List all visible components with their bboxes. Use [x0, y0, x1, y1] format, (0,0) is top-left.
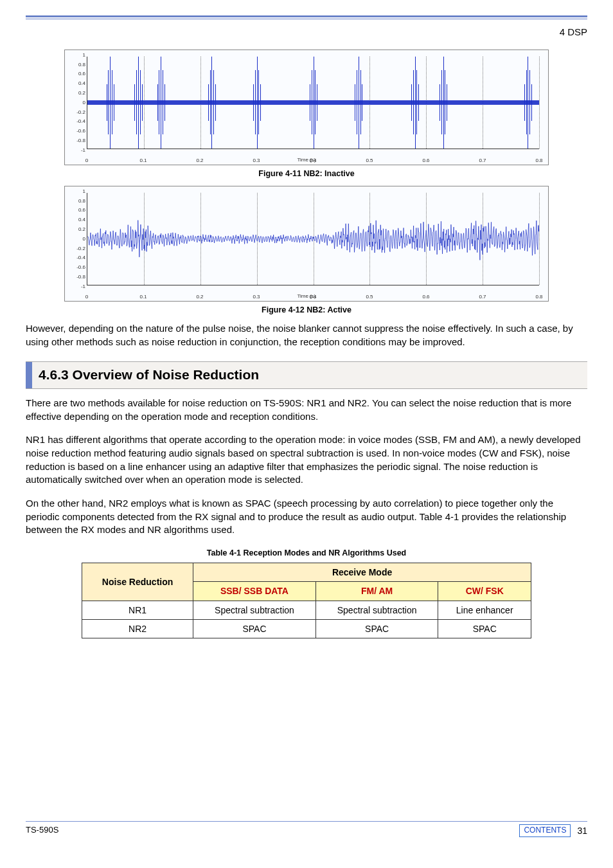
x-tick: 0.5 — [366, 157, 373, 165]
chart2-y-ticks: 1 0.8 0.6 0.4 0.2 0 -0.2 -0.4 -0.6 -0.8 … — [71, 192, 85, 287]
x-tick: 0.8 — [535, 157, 542, 165]
chart1-plot-area — [87, 57, 539, 149]
chart-nb2-active: 1 0.8 0.6 0.4 0.2 0 -0.2 -0.4 -0.6 -0.8 … — [64, 186, 549, 302]
x-tick: 0.2 — [196, 157, 203, 165]
heading-text: 4.6.3 Overview of Noise Reduction — [32, 362, 265, 388]
heading-4-6-3: 4.6.3 Overview of Noise Reduction — [26, 361, 587, 388]
x-tick: 0.5 — [366, 293, 373, 301]
table-row: NR1 Spectral subtraction Spectral subtra… — [82, 601, 531, 619]
th-receive-mode: Receive Mode — [193, 563, 531, 582]
y-tick: -1 — [71, 147, 85, 154]
y-tick: -0.8 — [71, 273, 85, 281]
figure-caption-4-11: Figure 4-11 NB2: Inactive — [26, 168, 587, 179]
cell-fm: Spectral subtraction — [315, 601, 438, 619]
heading-accent-bar — [26, 362, 32, 388]
contents-link[interactable]: CONTENTS — [519, 824, 571, 836]
y-tick: 1 — [71, 188, 85, 195]
paragraph-nr1: NR1 has different algorithms that operat… — [26, 433, 587, 487]
y-tick: 0.2 — [71, 89, 85, 97]
footer-model: TS-590S — [26, 824, 58, 836]
y-tick: -1 — [71, 283, 85, 291]
y-tick: 0.2 — [71, 226, 85, 233]
cell-cw: SPAC — [438, 620, 531, 638]
cell-fm: SPAC — [315, 620, 438, 638]
x-tick: 0.1 — [139, 157, 147, 165]
y-tick: 0.8 — [71, 61, 85, 69]
figure-caption-4-12: Figure 4-12 NB2: Active — [26, 304, 587, 316]
x-tick: 0.1 — [139, 293, 147, 301]
table-row: NR2 SPAC SPAC SPAC — [82, 620, 531, 638]
th-fm: FM/ AM — [315, 582, 438, 601]
x-tick: 0.7 — [479, 157, 486, 165]
y-tick: 0.4 — [71, 216, 85, 224]
paragraph-nr2: On the other hand, NR2 employs what is k… — [26, 497, 587, 537]
cell-ssb: SPAC — [193, 620, 316, 638]
chart1-y-ticks: 1 0.8 0.6 0.4 0.2 0 -0.2 -0.4 -0.6 -0.8 … — [71, 55, 85, 150]
chart-nb2-inactive: 1 0.8 0.6 0.4 0.2 0 -0.2 -0.4 -0.6 -0.8 … — [64, 50, 549, 165]
x-tick: 0.2 — [196, 293, 203, 301]
section-label: 4 DSP — [26, 23, 587, 43]
cell-nr: NR2 — [82, 620, 193, 638]
chart1-x-label: Time (s) — [297, 156, 315, 164]
table-caption-4-1: Table 4-1 Reception Modes and NR Algorit… — [26, 547, 587, 559]
y-tick: 0.8 — [71, 197, 85, 205]
th-noise-reduction: Noise Reduction — [82, 563, 193, 601]
page-footer: TS-590S CONTENTS 31 — [26, 821, 587, 837]
chart2-x-label: Time (s) — [297, 293, 315, 300]
chart2-plot-area — [87, 193, 539, 285]
x-tick: 0.3 — [253, 293, 260, 301]
header-underline — [26, 19, 587, 19]
th-cw: CW/ FSK — [438, 582, 531, 601]
y-tick: 0.6 — [71, 71, 85, 78]
x-tick: 0.8 — [535, 293, 542, 301]
y-tick: -0.4 — [71, 118, 85, 126]
y-tick: -0.4 — [71, 255, 85, 262]
y-tick: 0 — [71, 235, 85, 243]
y-tick: -0.6 — [71, 264, 85, 271]
paragraph-nb2-limitation: However, depending on the nature of the … — [26, 322, 587, 348]
y-tick: -0.6 — [71, 127, 85, 135]
y-tick: 0 — [71, 99, 85, 107]
y-tick: -0.2 — [71, 109, 85, 116]
x-tick: 0 — [85, 157, 88, 165]
x-tick: 0.7 — [479, 293, 486, 301]
cell-ssb: Spectral subtraction — [193, 601, 316, 619]
table-nr-algorithms: Noise Reduction Receive Mode SSB/ SSB DA… — [82, 563, 531, 638]
x-tick: 0 — [85, 293, 88, 301]
cell-nr: NR1 — [82, 601, 193, 619]
page-number: 31 — [577, 824, 587, 837]
y-tick: -0.2 — [71, 245, 85, 253]
y-tick: -0.8 — [71, 137, 85, 145]
paragraph-nr-intro: There are two methods available for nois… — [26, 397, 587, 423]
chart2-waveform — [87, 193, 539, 285]
x-tick: 0.6 — [422, 157, 429, 165]
y-tick: 1 — [71, 51, 85, 59]
y-tick: 0.6 — [71, 207, 85, 215]
top-rule — [26, 15, 587, 17]
th-ssb: SSB/ SSB DATA — [193, 582, 316, 601]
x-tick: 0.3 — [253, 157, 260, 165]
x-tick: 0.6 — [422, 293, 429, 301]
y-tick: 0.4 — [71, 80, 85, 87]
cell-cw: Line enhancer — [438, 601, 531, 619]
